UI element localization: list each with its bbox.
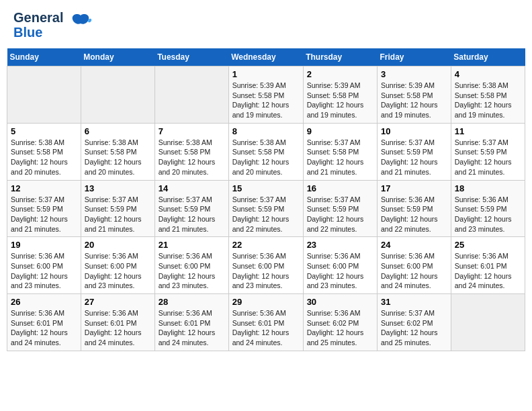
calendar-cell: 6Sunrise: 5:38 AM Sunset: 5:58 PM Daylig… — [81, 123, 154, 180]
day-info: Sunrise: 5:38 AM Sunset: 5:58 PM Dayligh… — [232, 138, 300, 177]
weekday-header-sunday: Sunday — [7, 48, 81, 66]
calendar-cell: 13Sunrise: 5:37 AM Sunset: 5:59 PM Dayli… — [81, 180, 154, 237]
day-info: Sunrise: 5:39 AM Sunset: 5:58 PM Dayligh… — [381, 81, 447, 120]
calendar-cell: 27Sunrise: 5:36 AM Sunset: 6:01 PM Dayli… — [81, 294, 154, 351]
day-number: 29 — [232, 297, 300, 307]
day-info: Sunrise: 5:36 AM Sunset: 5:59 PM Dayligh… — [381, 195, 447, 234]
day-number: 17 — [381, 183, 447, 193]
day-info: Sunrise: 5:36 AM Sunset: 6:00 PM Dayligh… — [381, 251, 447, 291]
day-number: 28 — [159, 297, 225, 307]
day-info: Sunrise: 5:36 AM Sunset: 5:59 PM Dayligh… — [455, 195, 521, 234]
day-info: Sunrise: 5:36 AM Sunset: 6:01 PM Dayligh… — [11, 308, 77, 348]
weekday-header-thursday: Thursday — [303, 48, 377, 66]
day-number: 10 — [381, 126, 447, 136]
calendar-cell: 9Sunrise: 5:37 AM Sunset: 5:58 PM Daylig… — [303, 123, 377, 180]
calendar-cell: 24Sunrise: 5:36 AM Sunset: 6:00 PM Dayli… — [377, 237, 451, 294]
day-info: Sunrise: 5:39 AM Sunset: 5:58 PM Dayligh… — [307, 81, 373, 120]
day-number: 13 — [85, 183, 151, 193]
calendar-table: SundayMondayTuesdayWednesdayThursdayFrid… — [7, 48, 525, 351]
day-number: 7 — [159, 126, 225, 136]
calendar-cell: 3Sunrise: 5:39 AM Sunset: 5:58 PM Daylig… — [377, 66, 451, 124]
day-info: Sunrise: 5:38 AM Sunset: 5:58 PM Dayligh… — [159, 138, 225, 177]
calendar-cell: 8Sunrise: 5:38 AM Sunset: 5:58 PM Daylig… — [228, 123, 303, 180]
day-number: 30 — [307, 297, 373, 307]
day-info: Sunrise: 5:37 AM Sunset: 5:59 PM Dayligh… — [11, 195, 77, 234]
calendar-cell — [451, 294, 525, 351]
calendar-cell: 18Sunrise: 5:36 AM Sunset: 5:59 PM Dayli… — [451, 180, 525, 237]
weekday-header-tuesday: Tuesday — [154, 48, 228, 66]
day-number: 27 — [85, 297, 151, 307]
calendar-cell: 26Sunrise: 5:36 AM Sunset: 6:01 PM Dayli… — [7, 294, 81, 351]
calendar-cell: 21Sunrise: 5:36 AM Sunset: 6:00 PM Dayli… — [154, 237, 228, 294]
day-number: 4 — [455, 69, 521, 79]
day-number: 23 — [307, 240, 373, 250]
day-number: 6 — [85, 126, 151, 136]
page-header: General Blue — [7, 7, 525, 43]
day-number: 26 — [11, 297, 77, 307]
day-info: Sunrise: 5:39 AM Sunset: 5:58 PM Dayligh… — [232, 81, 300, 120]
day-info: Sunrise: 5:38 AM Sunset: 5:58 PM Dayligh… — [85, 138, 151, 177]
day-info: Sunrise: 5:37 AM Sunset: 5:59 PM Dayligh… — [307, 195, 373, 234]
day-number: 5 — [11, 126, 77, 136]
calendar-cell: 29Sunrise: 5:36 AM Sunset: 6:01 PM Dayli… — [228, 294, 303, 351]
calendar-cell — [7, 66, 81, 124]
calendar-cell: 10Sunrise: 5:37 AM Sunset: 5:59 PM Dayli… — [377, 123, 451, 180]
calendar-cell: 25Sunrise: 5:36 AM Sunset: 6:01 PM Dayli… — [451, 237, 525, 294]
calendar-cell: 7Sunrise: 5:38 AM Sunset: 5:58 PM Daylig… — [154, 123, 228, 180]
day-number: 1 — [232, 69, 300, 79]
calendar-cell: 4Sunrise: 5:38 AM Sunset: 5:58 PM Daylig… — [451, 66, 525, 124]
day-number: 21 — [159, 240, 225, 250]
calendar-cell: 23Sunrise: 5:36 AM Sunset: 6:00 PM Dayli… — [303, 237, 377, 294]
day-info: Sunrise: 5:38 AM Sunset: 5:58 PM Dayligh… — [11, 138, 77, 177]
day-info: Sunrise: 5:37 AM Sunset: 5:59 PM Dayligh… — [455, 138, 521, 177]
day-info: Sunrise: 5:36 AM Sunset: 6:00 PM Dayligh… — [159, 251, 225, 291]
day-info: Sunrise: 5:37 AM Sunset: 5:59 PM Dayligh… — [381, 138, 447, 177]
day-info: Sunrise: 5:36 AM Sunset: 6:01 PM Dayligh… — [455, 251, 521, 291]
day-info: Sunrise: 5:36 AM Sunset: 6:01 PM Dayligh… — [85, 308, 151, 348]
day-info: Sunrise: 5:37 AM Sunset: 5:58 PM Dayligh… — [307, 138, 373, 177]
calendar-cell: 1Sunrise: 5:39 AM Sunset: 5:58 PM Daylig… — [228, 66, 303, 124]
logo-general: General — [13, 10, 63, 25]
day-number: 9 — [307, 126, 373, 136]
day-info: Sunrise: 5:36 AM Sunset: 6:00 PM Dayligh… — [232, 251, 300, 291]
calendar-cell: 19Sunrise: 5:36 AM Sunset: 6:00 PM Dayli… — [7, 237, 81, 294]
calendar-cell: 14Sunrise: 5:37 AM Sunset: 5:59 PM Dayli… — [154, 180, 228, 237]
day-info: Sunrise: 5:38 AM Sunset: 5:58 PM Dayligh… — [455, 81, 521, 120]
day-info: Sunrise: 5:37 AM Sunset: 6:02 PM Dayligh… — [381, 308, 447, 348]
day-info: Sunrise: 5:36 AM Sunset: 6:00 PM Dayligh… — [11, 251, 77, 291]
calendar-cell: 16Sunrise: 5:37 AM Sunset: 5:59 PM Dayli… — [303, 180, 377, 237]
day-number: 3 — [381, 69, 447, 79]
day-number: 8 — [232, 126, 300, 136]
day-info: Sunrise: 5:37 AM Sunset: 5:59 PM Dayligh… — [159, 195, 225, 234]
calendar-cell: 17Sunrise: 5:36 AM Sunset: 5:59 PM Dayli… — [377, 180, 451, 237]
calendar-cell: 31Sunrise: 5:37 AM Sunset: 6:02 PM Dayli… — [377, 294, 451, 351]
weekday-header-monday: Monday — [81, 48, 154, 66]
calendar-cell: 5Sunrise: 5:38 AM Sunset: 5:58 PM Daylig… — [7, 123, 81, 180]
day-number: 19 — [11, 240, 77, 250]
weekday-header-saturday: Saturday — [451, 48, 525, 66]
day-number: 15 — [232, 183, 300, 193]
day-info: Sunrise: 5:36 AM Sunset: 6:01 PM Dayligh… — [232, 308, 300, 348]
calendar-cell — [154, 66, 228, 124]
day-number: 2 — [307, 69, 373, 79]
day-number: 24 — [381, 240, 447, 250]
day-info: Sunrise: 5:36 AM Sunset: 6:01 PM Dayligh… — [159, 308, 225, 348]
day-number: 16 — [307, 183, 373, 193]
day-number: 31 — [381, 297, 447, 307]
calendar-cell: 15Sunrise: 5:37 AM Sunset: 5:59 PM Dayli… — [228, 180, 303, 237]
calendar-cell: 28Sunrise: 5:36 AM Sunset: 6:01 PM Dayli… — [154, 294, 228, 351]
calendar-cell: 22Sunrise: 5:36 AM Sunset: 6:00 PM Dayli… — [228, 237, 303, 294]
logo: General Blue — [13, 10, 93, 40]
day-number: 14 — [159, 183, 225, 193]
day-info: Sunrise: 5:37 AM Sunset: 5:59 PM Dayligh… — [85, 195, 151, 234]
calendar-cell — [81, 66, 154, 124]
day-info: Sunrise: 5:36 AM Sunset: 6:02 PM Dayligh… — [307, 308, 373, 348]
calendar-cell: 12Sunrise: 5:37 AM Sunset: 5:59 PM Dayli… — [7, 180, 81, 237]
weekday-header-wednesday: Wednesday — [228, 48, 303, 66]
day-number: 25 — [455, 240, 521, 250]
day-info: Sunrise: 5:37 AM Sunset: 5:59 PM Dayligh… — [232, 195, 300, 234]
calendar-cell: 30Sunrise: 5:36 AM Sunset: 6:02 PM Dayli… — [303, 294, 377, 351]
logo-blue: Blue — [13, 25, 63, 40]
weekday-header-friday: Friday — [377, 48, 451, 66]
calendar-cell: 20Sunrise: 5:36 AM Sunset: 6:00 PM Dayli… — [81, 237, 154, 294]
